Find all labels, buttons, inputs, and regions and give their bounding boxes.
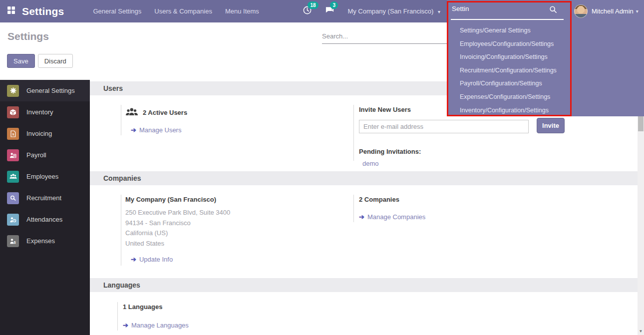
sidebar-item-label: Inventory bbox=[26, 108, 53, 116]
sidebar-item-general-settings[interactable]: General Settings bbox=[0, 80, 90, 101]
sidebar-item-label: Recruitment bbox=[26, 194, 61, 202]
arrow-right-icon: ➔ bbox=[131, 126, 136, 134]
search-icon bbox=[549, 5, 557, 15]
company-switcher-label: My Company (San Francisco) bbox=[347, 7, 433, 15]
sidebar-item-attendances[interactable]: Attendances bbox=[0, 209, 90, 230]
scrollbar-down-arrow[interactable]: ▼ bbox=[638, 329, 644, 334]
active-users-block: 2 Active Users ➔Manage Users bbox=[121, 105, 340, 135]
active-users-count: 2 Active Users bbox=[143, 109, 187, 116]
gear-icon bbox=[7, 85, 19, 97]
menu-search-results: Settings/General Settings Employees/Conf… bbox=[447, 24, 572, 117]
section-header-languages: Languages bbox=[90, 278, 638, 292]
svg-text:$: $ bbox=[14, 240, 16, 244]
page-title: Settings bbox=[7, 30, 49, 42]
user-avatar bbox=[574, 4, 588, 18]
apps-grid-icon bbox=[7, 6, 15, 16]
section-header-companies: Companies bbox=[90, 171, 638, 185]
svg-text:$: $ bbox=[12, 133, 14, 136]
sidebar-item-label: Attendances bbox=[26, 216, 62, 223]
sidebar-item-label: Invoicing bbox=[26, 130, 52, 137]
expenses-icon: $ bbox=[7, 235, 19, 247]
messages-tray-button[interactable]: 3 bbox=[325, 5, 334, 17]
search-result-item[interactable]: Employees/Configuration/Settings bbox=[447, 37, 572, 51]
scrollbar-thumb[interactable] bbox=[638, 116, 644, 131]
sidebar-item-expenses[interactable]: $ Expenses bbox=[0, 230, 90, 252]
company-info-block: My Company (San Francisco) 250 Executive… bbox=[121, 195, 340, 266]
vertical-scrollbar[interactable]: ▼ bbox=[638, 116, 644, 335]
menu-search-underline bbox=[451, 19, 564, 20]
search-result-item[interactable]: Expenses/Configuration/Settings bbox=[447, 90, 572, 104]
menu-search-dropdown-panel: Mitchell Admin ▾ Settin Settings/General… bbox=[447, 0, 644, 116]
menu-menu-items[interactable]: Menu Items bbox=[225, 7, 259, 15]
search-result-item[interactable]: Invoicing/Configuration/Settings bbox=[447, 50, 572, 64]
systray: 18 3 My Company (San Francisco) ▾ bbox=[303, 5, 440, 17]
save-button[interactable]: Save bbox=[7, 54, 35, 68]
menu-users-companies[interactable]: Users & Companies bbox=[154, 7, 212, 15]
arrow-right-icon: ➔ bbox=[359, 213, 364, 221]
manage-users-link[interactable]: Manage Users bbox=[139, 126, 182, 134]
menu-general-settings[interactable]: General Settings bbox=[93, 7, 141, 15]
company-address-line: United States bbox=[125, 239, 340, 249]
invoice-document-icon: $ bbox=[7, 128, 19, 140]
search-result-item[interactable]: Payroll/Configuration/Settings bbox=[447, 77, 572, 90]
app-brand-title: Settings bbox=[22, 5, 64, 17]
search-result-item[interactable]: Recruitment/Configuration/Settings bbox=[447, 64, 572, 77]
settings-sidebar: General Settings Inventory $ Invoicing $… bbox=[0, 80, 90, 335]
attendance-clock-icon bbox=[7, 214, 19, 226]
control-panel-search-input[interactable]: Search... bbox=[322, 30, 447, 44]
svg-text:$: $ bbox=[14, 154, 15, 157]
manage-companies-link[interactable]: Manage Companies bbox=[367, 213, 425, 221]
odoo-settings-page: { "colors": { "navbar_bg": "#6c6b9a", "d… bbox=[0, 0, 644, 335]
sidebar-item-label: General Settings bbox=[26, 87, 75, 94]
company-switcher[interactable]: My Company (San Francisco) ▾ bbox=[347, 7, 440, 15]
search-result-item[interactable]: Inventory/Configuration/Settings bbox=[447, 104, 572, 117]
company-address-line: California (US) bbox=[125, 228, 340, 239]
sidebar-item-invoicing[interactable]: $ Invoicing bbox=[0, 123, 90, 144]
chevron-down-icon: ▾ bbox=[438, 9, 440, 14]
companies-count-block: 2 Companies ➔Manage Companies bbox=[353, 195, 573, 222]
update-info-link[interactable]: Update Info bbox=[139, 256, 173, 263]
inventory-box-icon bbox=[7, 106, 19, 118]
search-result-item[interactable]: Settings/General Settings bbox=[447, 24, 572, 37]
activity-count-badge: 18 bbox=[308, 1, 318, 9]
companies-count: 2 Companies bbox=[359, 196, 573, 208]
pending-user-link[interactable]: demo bbox=[362, 160, 379, 167]
sidebar-item-inventory[interactable]: Inventory bbox=[0, 101, 90, 123]
manage-languages-link[interactable]: Manage Languages bbox=[131, 322, 189, 329]
users-group-icon bbox=[125, 107, 138, 117]
arrow-right-icon: ➔ bbox=[131, 256, 136, 263]
activity-tray-button[interactable]: 18 bbox=[303, 5, 312, 17]
user-menu[interactable]: Mitchell Admin ▾ bbox=[574, 4, 639, 18]
invite-button[interactable]: Invite bbox=[537, 118, 565, 133]
payroll-icon: $ bbox=[7, 149, 19, 161]
company-name: My Company (San Francisco) bbox=[125, 196, 340, 208]
discard-button[interactable]: Discard bbox=[38, 54, 73, 68]
languages-count: 1 Languages bbox=[123, 303, 337, 314]
apps-menu-button[interactable] bbox=[0, 0, 22, 22]
sidebar-item-label: Expenses bbox=[26, 237, 55, 245]
invite-email-input[interactable] bbox=[359, 120, 529, 133]
employees-group-icon bbox=[7, 171, 19, 183]
chevron-down-icon: ▾ bbox=[636, 8, 639, 14]
sidebar-item-label: Payroll bbox=[26, 151, 46, 159]
languages-block: 1 Languages ➔Manage Languages bbox=[117, 302, 337, 331]
message-count-badge: 3 bbox=[330, 1, 338, 9]
sidebar-item-recruitment[interactable]: Recruitment bbox=[0, 187, 90, 209]
sidebar-item-label: Employees bbox=[26, 173, 58, 180]
recruitment-search-icon bbox=[7, 192, 19, 204]
arrow-right-icon: ➔ bbox=[123, 322, 128, 329]
pending-invitations-label: Pending Invitations: bbox=[359, 148, 573, 155]
company-address-line: 94134 - San Francisco bbox=[125, 218, 340, 229]
sidebar-item-payroll[interactable]: $ Payroll bbox=[0, 144, 90, 166]
company-address-line: 250 Executive Park Blvd, Suite 3400 bbox=[125, 208, 340, 218]
user-name-label: Mitchell Admin bbox=[592, 7, 634, 15]
sidebar-item-employees[interactable]: Employees bbox=[0, 166, 90, 187]
settings-content: Users 2 Active Users ➔Manage Users Invit… bbox=[90, 80, 638, 335]
menu-search-input[interactable]: Settin bbox=[452, 5, 562, 12]
form-buttons: Save Discard bbox=[7, 54, 73, 68]
